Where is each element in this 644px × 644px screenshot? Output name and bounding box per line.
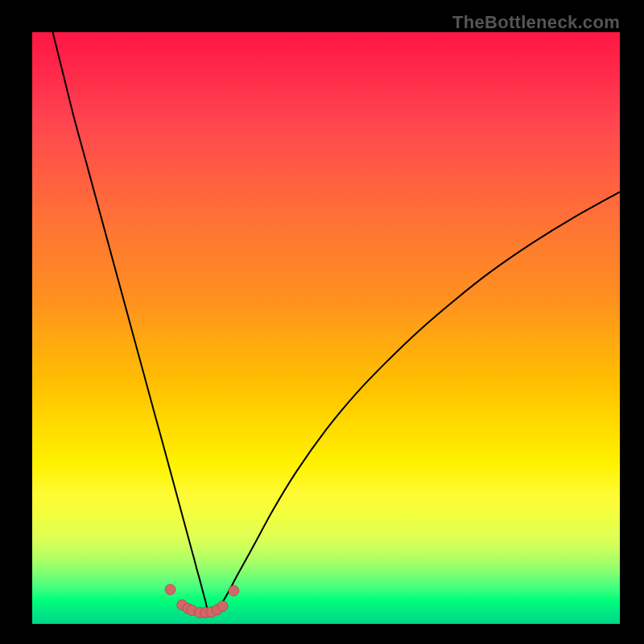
fit-dot <box>217 601 228 611</box>
fit-dot <box>229 585 239 596</box>
dots-layer <box>32 32 620 624</box>
watermark-text: TheBottleneck.com <box>452 12 620 33</box>
fit-dot <box>165 584 175 595</box>
fit-dots-group <box>165 584 239 618</box>
chart-frame: TheBottleneck.com <box>0 0 644 644</box>
